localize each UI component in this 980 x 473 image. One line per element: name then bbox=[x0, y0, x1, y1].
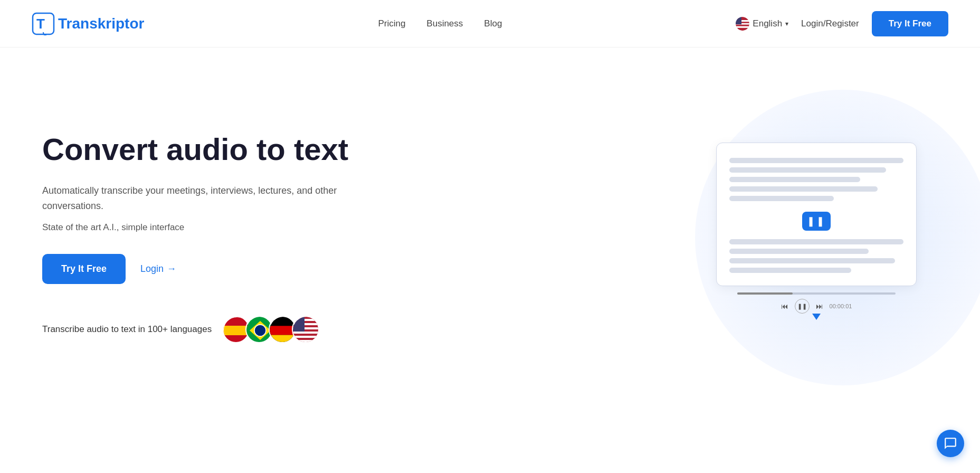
usa-flag bbox=[292, 316, 319, 343]
chat-support-button[interactable] bbox=[937, 430, 964, 457]
rewind-button[interactable]: ⏮ bbox=[781, 302, 788, 310]
us-flag-icon bbox=[736, 17, 749, 31]
cursor-indicator bbox=[812, 314, 821, 320]
hero-title: Convert audio to text bbox=[42, 132, 348, 167]
text-line bbox=[729, 177, 860, 182]
try-it-free-nav-button[interactable]: Try It Free bbox=[872, 11, 948, 36]
nav-item-pricing[interactable]: Pricing bbox=[378, 18, 405, 29]
hero-login-link[interactable]: Login → bbox=[140, 263, 176, 275]
svg-rect-26 bbox=[293, 336, 319, 338]
svg-rect-7 bbox=[736, 17, 741, 24]
navbar: T Transkriptor Pricing Business Blog bbox=[0, 0, 980, 48]
text-line bbox=[729, 158, 903, 163]
nav-link-blog[interactable]: Blog bbox=[484, 18, 502, 29]
time-display: 00:00:01 bbox=[830, 303, 852, 309]
audio-controls: ⏮ ❚❚ ⏭ 00:00:01 bbox=[781, 299, 852, 314]
logo[interactable]: T Transkriptor bbox=[32, 12, 144, 35]
progress-track[interactable] bbox=[737, 292, 896, 295]
logo-text: Transkriptor bbox=[58, 15, 144, 32]
try-it-free-hero-button[interactable]: Try It Free bbox=[42, 254, 126, 284]
svg-rect-28 bbox=[293, 317, 305, 332]
nav-item-business[interactable]: Business bbox=[426, 18, 463, 29]
transcript-lines-bottom bbox=[729, 239, 903, 273]
hero-login-label: Login bbox=[140, 263, 164, 275]
svg-rect-22 bbox=[293, 319, 319, 321]
chat-icon bbox=[944, 437, 957, 450]
pause-icon: ❚❚ bbox=[807, 215, 826, 227]
text-line bbox=[729, 167, 886, 173]
svg-rect-27 bbox=[293, 340, 319, 342]
language-flag bbox=[736, 17, 749, 31]
chevron-down-icon: ▾ bbox=[785, 20, 788, 27]
progress-fill bbox=[737, 292, 793, 295]
pause-button[interactable]: ❚❚ bbox=[802, 212, 831, 231]
hero-tagline: State of the art A.I., simple interface bbox=[42, 222, 348, 233]
text-line bbox=[729, 239, 903, 244]
svg-rect-6 bbox=[736, 26, 749, 27]
languages-label: Transcribe audio to text in 100+ languag… bbox=[42, 324, 212, 335]
text-line bbox=[729, 186, 878, 192]
nav-item-blog[interactable]: Blog bbox=[484, 18, 502, 29]
svg-rect-19 bbox=[270, 335, 296, 343]
flag-row bbox=[222, 316, 319, 343]
text-line bbox=[729, 249, 869, 254]
nav-links: Pricing Business Blog bbox=[378, 18, 502, 29]
forward-button[interactable]: ⏭ bbox=[816, 302, 823, 310]
hero-content: Convert audio to text Automatically tran… bbox=[42, 132, 348, 343]
svg-text:T: T bbox=[36, 16, 45, 32]
nav-link-business[interactable]: Business bbox=[426, 18, 463, 29]
text-line bbox=[729, 268, 851, 273]
audio-player: ⏮ ❚❚ ⏭ 00:00:01 bbox=[737, 292, 896, 320]
pause-button-container: ❚❚ bbox=[729, 212, 903, 231]
hero-subtitle: Automatically transcribe your meetings, … bbox=[42, 183, 348, 214]
hero-buttons: Try It Free Login → bbox=[42, 254, 348, 284]
login-register-link[interactable]: Login/Register bbox=[801, 18, 859, 29]
svg-rect-25 bbox=[293, 332, 319, 334]
language-label: English bbox=[753, 18, 782, 29]
arrow-right-icon: → bbox=[167, 263, 176, 275]
hero-section: Convert audio to text Automatically tran… bbox=[0, 48, 980, 417]
play-pause-button[interactable]: ❚❚ bbox=[795, 299, 810, 314]
hero-illustration: ❚❚ ⏮ ❚❚ ⏭ 00:00:01 bbox=[684, 132, 948, 343]
nav-right: English ▾ Login/Register Try It Free bbox=[736, 11, 948, 36]
text-line bbox=[729, 196, 834, 201]
nav-link-pricing[interactable]: Pricing bbox=[378, 18, 405, 29]
text-line bbox=[729, 258, 895, 263]
play-pause-icon: ❚❚ bbox=[797, 303, 807, 310]
transcript-lines bbox=[729, 158, 903, 201]
transcript-card: ❚❚ bbox=[716, 143, 917, 286]
language-selector[interactable]: English ▾ bbox=[736, 17, 788, 31]
languages-row: Transcribe audio to text in 100+ languag… bbox=[42, 316, 348, 343]
logo-icon: T bbox=[32, 12, 55, 35]
